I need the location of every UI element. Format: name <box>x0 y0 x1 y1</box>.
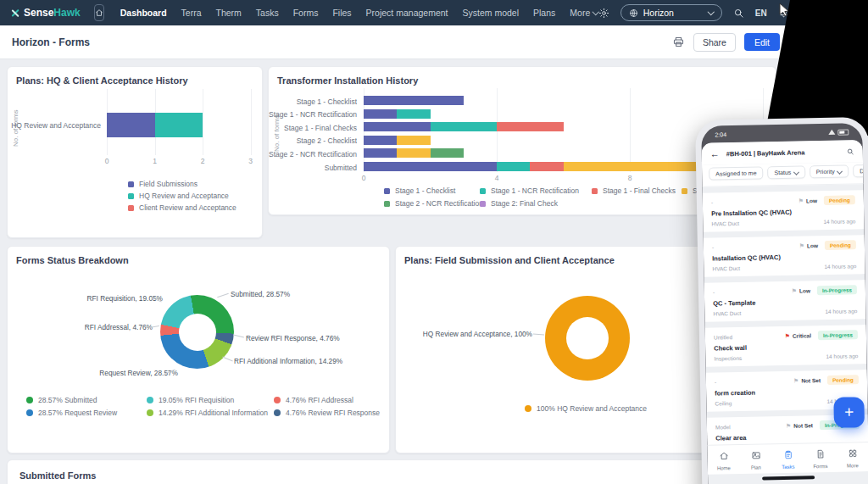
share-button[interactable]: Share <box>693 33 736 52</box>
nav-item-therm[interactable]: Therm <box>216 8 242 18</box>
gear-icon[interactable] <box>598 8 609 19</box>
category-label: Stage 2 - NCR Rectification <box>269 150 357 159</box>
bar-segment <box>431 122 498 131</box>
task-category: Ceiling <box>715 400 732 406</box>
language-selector[interactable]: EN <box>755 8 767 18</box>
stacked-bar <box>364 96 464 105</box>
filter-chip-d[interactable]: D <box>853 164 864 177</box>
nav-item-label: More <box>570 8 590 18</box>
leader-line <box>222 357 232 362</box>
legend-swatch <box>525 405 531 412</box>
legend-item[interactable]: 28.57% Request Review <box>26 409 147 417</box>
legend-swatch <box>26 397 33 403</box>
task-list-item[interactable]: -⚑LowPendingInstallation QC (HVAC)HVAC D… <box>704 235 865 277</box>
category-label: HQ Review and Acceptance <box>8 121 101 130</box>
task-category: HVAC Duct <box>711 220 739 227</box>
nav-item-files[interactable]: Files <box>332 8 351 18</box>
legend-label: 4.76% RFI Addressal <box>286 396 353 404</box>
workspace-selector[interactable]: Horizon <box>620 4 722 21</box>
search-icon[interactable] <box>847 147 854 155</box>
legend-swatch <box>384 201 390 207</box>
phone-tab-plan[interactable]: Plan <box>739 444 772 474</box>
phone-tab-label: More <box>847 463 859 468</box>
task-priority: Critical <box>793 332 811 338</box>
task-list-item[interactable]: Untitled⚑CriticalIn-ProgressCheck wallIn… <box>705 325 867 367</box>
legend-item[interactable]: 19.05% RFI Requisition <box>147 396 274 404</box>
nav-item-system-model[interactable]: System model <box>463 8 520 18</box>
task-title: Pre Installation QC (HVAC) <box>711 207 855 217</box>
task-meta-row: -⚑Not SetPending <box>715 375 859 387</box>
phone-app-header: ← #BH-001 | BayHawk Arena <box>702 140 863 165</box>
task-category: Inspections <box>714 355 742 362</box>
search-icon[interactable] <box>733 8 744 19</box>
nav-item-label: Project management <box>366 8 448 18</box>
nav-item-tasks[interactable]: Tasks <box>256 8 279 18</box>
phone-bottom-nav: HomePlanTasksFormsMore <box>707 442 868 475</box>
legend-item[interactable]: Stage 1 - Final Checks <box>592 186 676 195</box>
nav-item-label: Terra <box>181 8 202 18</box>
phone-tab-label: Plan <box>751 465 761 470</box>
legend-item[interactable]: Field Submissions <box>128 180 236 188</box>
filter-chip-priority[interactable]: Priority <box>810 164 849 178</box>
home-icon <box>719 448 728 464</box>
subheader-actions: Share Edit <box>672 33 780 52</box>
stacked-bar <box>364 122 564 131</box>
nav-item-project-management[interactable]: Project management <box>366 8 448 18</box>
legend-item[interactable]: 4.76% Review RFI Response <box>274 409 389 417</box>
bar-segment <box>364 136 397 145</box>
filter-chip-label: Priority <box>816 169 835 175</box>
legend-item[interactable]: 100% HQ Review and Acceptance <box>525 404 647 413</box>
filter-chip-status[interactable]: Status <box>767 165 805 179</box>
phone-tab-more[interactable]: More <box>836 442 868 472</box>
axis-tick-label: 3 <box>248 157 253 165</box>
chevron-down-icon <box>837 168 843 173</box>
task-timestamp: 14 hours ago <box>823 218 855 225</box>
legend-item[interactable]: 4.76% RFI Addressal <box>274 396 389 404</box>
axis-tick-label: 1 <box>153 157 157 165</box>
brand-logo[interactable]: SenseHawk <box>10 7 81 19</box>
nav-item-dashboard[interactable]: Dashboard <box>120 8 167 18</box>
leader-line <box>233 334 244 337</box>
forms-icon <box>815 447 825 462</box>
task-list: -⚑LowPendingPre Installation QC (HVAC)HV… <box>702 181 868 484</box>
legend-item[interactable]: HQ Review and Acceptance <box>128 192 236 200</box>
phone-tab-forms[interactable]: Forms <box>804 443 837 473</box>
filter-chip-assigned-to-me[interactable]: Assigned to me <box>709 166 764 180</box>
home-icon[interactable] <box>94 4 104 21</box>
bar-segment <box>364 148 397 158</box>
task-timestamp: 14 hours ago <box>825 308 857 314</box>
axis-tick-label: 0 <box>362 174 366 182</box>
nav-item-plans[interactable]: Plans <box>533 8 555 18</box>
donut-callout: RFI Addressal, 4.76% <box>85 323 153 331</box>
task-list-item[interactable]: -⚑LowIn-ProgressQC - TemplateHVAC Duct14… <box>704 280 866 322</box>
add-button[interactable]: + <box>833 397 865 428</box>
bar-segment <box>431 148 464 158</box>
edit-button[interactable]: Edit <box>744 33 780 51</box>
task-title: QC - Template <box>713 297 857 307</box>
stacked-bar <box>107 113 203 137</box>
task-list-item[interactable]: -⚑LowPendingPre Installation QC (HVAC)HV… <box>703 190 865 232</box>
legend-swatch <box>26 409 33 416</box>
legend-item[interactable]: Stage 1 - NCR Rectification <box>480 186 579 195</box>
chart-title: Forms Status Breakdown <box>16 255 389 265</box>
legend-item[interactable]: Client Review and Acceptance <box>128 203 236 212</box>
nav-item-forms[interactable]: Forms <box>293 8 319 18</box>
flag-icon: ⚑ <box>799 242 804 248</box>
legend-item[interactable]: Stage 1 - Checklist <box>384 186 455 195</box>
task-category: HVAC Duct <box>712 265 740 272</box>
legend-item[interactable]: 28.57% Submitted <box>26 396 147 404</box>
phone-tab-tasks[interactable]: Tasks <box>771 444 804 474</box>
nav-item-terra[interactable]: Terra <box>181 8 202 18</box>
task-title: Clear area <box>715 431 860 442</box>
legend-item[interactable]: Stage 2: Final Check <box>480 199 558 208</box>
phone-tab-home[interactable]: Home <box>707 445 740 475</box>
nav-item-more[interactable]: More <box>570 8 598 18</box>
legend-swatch <box>592 188 598 194</box>
bar-segment <box>397 109 430 119</box>
legend-item[interactable]: Stage 2 - NCR Rectification <box>384 199 483 208</box>
legend-label: Field Submissions <box>139 180 198 188</box>
printer-icon[interactable] <box>672 36 685 48</box>
back-arrow-icon[interactable]: ← <box>710 148 720 159</box>
bar-segment <box>364 109 397 119</box>
legend-item[interactable]: 14.29% RFI Additional Information <box>147 409 274 417</box>
